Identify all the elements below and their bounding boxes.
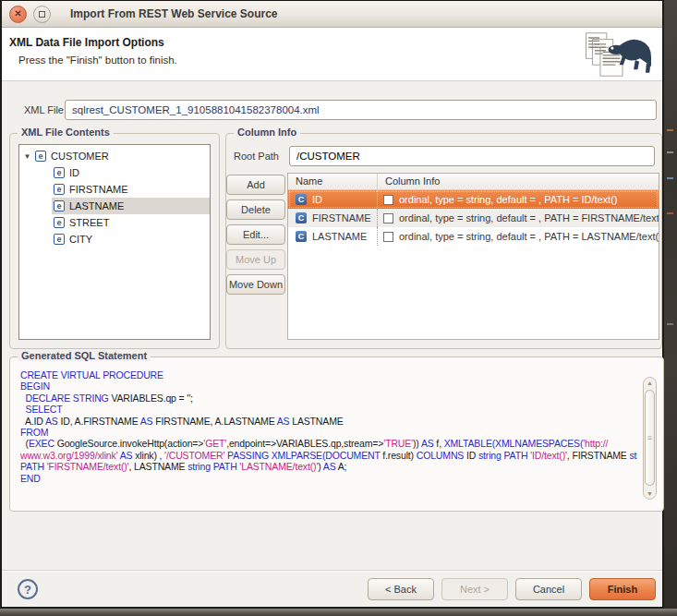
tree-row-content[interactable]: e STREET [52,214,210,231]
sql-scrollbar[interactable]: ▲ ≡ ▼ [643,377,657,500]
tree-item-label: ID [69,167,79,178]
maximize-button[interactable] [33,6,51,23]
tree-item-label: STREET [69,217,109,228]
column-icon: C [296,194,307,205]
window-title: Import From REST Web Service Source [70,7,278,20]
column-name: LASTNAME [312,231,367,242]
table-row[interactable]: C ID ordinal, type = string, default = ,… [288,190,659,209]
table-row[interactable]: C FIRSTNAME ordinal, type = string, defa… [288,209,659,227]
wizard-button[interactable]: Cancel [515,578,582,600]
action-button[interactable]: Move Down [226,274,285,295]
columns-table[interactable]: Name Column Info C ID ordinal, type = st… [287,173,659,340]
sql-text[interactable]: CREATE VIRTUAL PROCEDUREBEGIN DECLARE ST… [20,369,637,503]
xml-element-icon: e [54,167,65,178]
close-button[interactable]: ✕ [9,6,27,23]
tree-item[interactable]: ▼ e ID [19,164,210,181]
root-path-row: Root Path [234,146,655,166]
tree-row-content[interactable]: e ID [52,164,210,181]
column-name: FIRSTNAME [312,212,371,223]
tree-item-label: LASTNAME [69,200,124,211]
action-button[interactable]: Move Up [226,249,285,270]
column-name: ID [312,194,322,205]
screen: ✕ Import From REST Web Service Source XM… [0,0,677,616]
column-info-label: Column Info [234,127,300,138]
column-info-text: ordinal, type = string, default = , PATH… [399,212,659,223]
xml-element-icon: e [54,234,65,245]
xml-element-icon: e [54,217,65,228]
checkbox-icon[interactable] [383,232,393,242]
footer: ? < BackNext >CancelFinish [2,572,662,608]
tree-item[interactable]: ▼ e FIRSTNAME [19,181,210,198]
action-button[interactable]: Edit... [226,224,285,245]
generated-sql-group: Generated SQL Statement CREATE VIRTUAL P… [9,356,664,512]
xml-file-contents-label: XML File Contents [18,127,114,138]
tree-item-label: CUSTOMER [51,151,109,162]
tree-item[interactable]: ▼ e STREET [19,214,210,231]
tree-item-label: FIRSTNAME [69,184,128,195]
help-button[interactable]: ? [18,579,38,599]
xml-contents-tree[interactable]: ▼ e CUSTOMER ▼ e ID [18,144,211,340]
wizard-button[interactable]: < Back [368,578,434,600]
action-button[interactable]: Add [226,175,285,195]
scroll-down-icon[interactable]: ▼ [644,490,656,497]
checkbox-icon[interactable] [383,213,393,223]
name-column-header[interactable]: Name [288,174,378,189]
scroll-grip-icon: ≡ [647,433,652,442]
tree-row-content[interactable]: e CUSTOMER [33,148,210,164]
column-icon: C [296,212,307,223]
action-button[interactable]: Delete [226,199,285,220]
xml-file-row: XML File [24,99,657,121]
xml-file-contents-group: XML File Contents ▼ e CUSTOMER ▼ e [9,133,220,349]
expander-icon[interactable]: ▼ [21,152,33,161]
wizard-buttons: < BackNext >CancelFinish [368,578,656,600]
background-window-right-strip [664,0,677,616]
tree-row-content[interactable]: e CITY [52,231,210,248]
tree-item[interactable]: ▼ e CUSTOMER [19,148,210,164]
teiid-lizard-documents-icon [572,30,651,79]
table-header: Name Column Info [288,174,659,190]
column-info-text: ordinal, type = string, default = , PATH… [399,231,659,242]
checkbox-icon[interactable] [383,195,393,205]
xml-element-icon: e [35,151,46,162]
close-icon: ✕ [14,9,21,18]
import-rest-dialog: ✕ Import From REST Web Service Source XM… [0,0,664,609]
column-info-text: ordinal, type = string, default = , PATH… [399,194,618,205]
info-column-header[interactable]: Column Info [378,174,659,189]
column-actions: AddDeleteEdit...Move UpMove Down [226,175,285,295]
xml-file-input[interactable] [65,100,657,120]
tree-row-content[interactable]: e FIRSTNAME [52,181,210,198]
wizard-button[interactable]: Finish [589,578,656,600]
generated-sql-label: Generated SQL Statement [18,350,151,361]
titlebar: ✕ Import From REST Web Service Source [2,1,662,28]
xml-element-icon: e [54,200,65,211]
background-window-bottom-strip [0,609,677,616]
scroll-up-icon[interactable]: ▲ [644,380,656,386]
wizard-button[interactable]: Next > [441,578,508,600]
table-rows: C ID ordinal, type = string, default = ,… [288,190,659,246]
maximize-icon [39,11,45,18]
page-title: XML Data File Import Options [9,36,164,49]
tree-item[interactable]: ▼ e LASTNAME [19,198,210,214]
help-icon: ? [24,583,31,597]
column-icon: C [296,231,307,242]
wizard-header: XML Data File Import Options Press the "… [2,28,662,81]
root-path-input[interactable] [289,146,655,166]
page-subtitle: Press the "Finish" button to finish. [18,54,177,66]
table-row[interactable]: C LASTNAME ordinal, type = string, defau… [288,227,659,246]
xml-file-label: XML File [24,104,65,115]
tree-item[interactable]: ▼ e CITY [19,231,210,248]
tree-row-content[interactable]: e LASTNAME [52,198,210,214]
scrollbar-thumb[interactable]: ≡ [645,390,655,486]
root-path-label: Root Path [234,151,289,162]
xml-element-icon: e [54,184,65,195]
column-info-group: Column Info Root Path AddDeleteEdit...Mo… [225,133,662,349]
tree-item-label: CITY [69,234,92,245]
